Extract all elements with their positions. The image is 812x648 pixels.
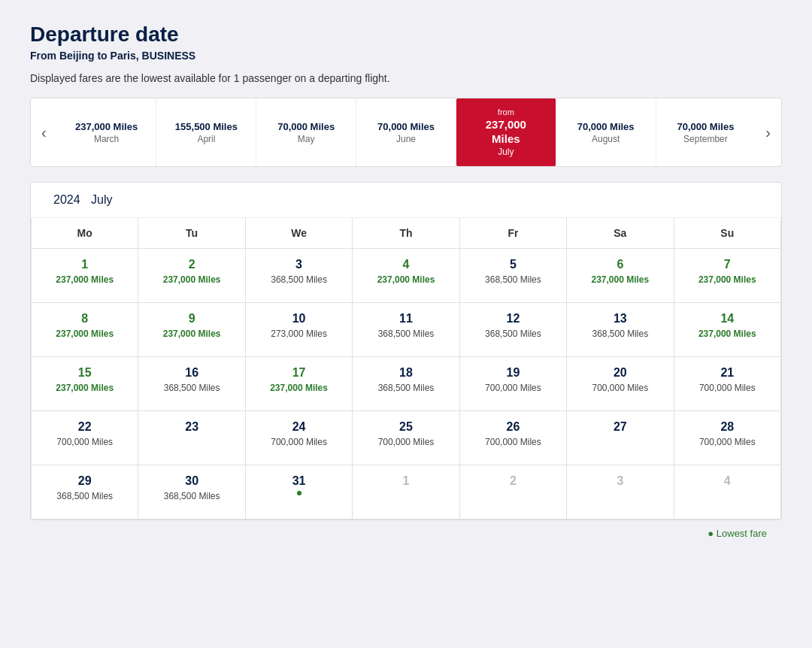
day-number: 27 [614, 420, 627, 434]
day-number: 10 [292, 312, 306, 326]
cal-cell[interactable]: 15237,000 Miles [32, 357, 138, 411]
cal-cell[interactable]: 11368,500 Miles [353, 303, 459, 357]
day-number: 12 [507, 312, 520, 326]
day-number: 21 [720, 366, 734, 380]
day-number: 20 [614, 366, 627, 380]
day-miles: 368,500 Miles [378, 383, 435, 393]
cal-header-mo: Mo [32, 218, 138, 249]
cal-cell[interactable]: 21700,000 Miles [674, 357, 781, 411]
day-number: 4 [403, 258, 410, 271]
cal-cell[interactable]: 26700,000 Miles [460, 411, 567, 465]
cal-cell[interactable]: 13368,500 Miles [567, 303, 674, 357]
cal-header-we: We [246, 218, 353, 249]
cal-cell[interactable]: 30368,500 Miles [138, 465, 245, 519]
cal-cell[interactable]: 18368,500 Miles [353, 357, 459, 411]
month-name: April [197, 134, 215, 144]
legend-text: ● Lowest fare [707, 528, 767, 539]
cal-header-tu: Tu [138, 218, 245, 249]
cal-cell[interactable]: 6237,000 Miles [567, 249, 674, 303]
day-number: 2 [189, 258, 195, 271]
cal-cell[interactable]: 23 [138, 411, 245, 465]
month-miles: 237,000 Miles [75, 121, 138, 132]
month-item-april[interactable]: 155,500 Miles April [156, 98, 256, 166]
day-miles: 368,500 Miles [271, 274, 327, 285]
cal-cell[interactable]: 9237,000 Miles [138, 303, 245, 357]
cal-cell[interactable]: 14237,000 Miles [674, 303, 781, 357]
month-name: June [396, 134, 416, 144]
month-name: July [498, 147, 514, 157]
cal-cell: 2 [460, 465, 567, 519]
cal-cell[interactable]: 5368,500 Miles [460, 249, 567, 303]
month-name: March [94, 134, 119, 144]
month-item-july[interactable]: from 237,000 Miles July [456, 98, 556, 166]
cal-cell[interactable]: 4237,000 Miles [353, 249, 459, 303]
cal-cell[interactable]: 1237,000 Miles [32, 249, 138, 303]
cal-cell[interactable]: 19700,000 Miles [460, 357, 567, 411]
day-number: 30 [185, 474, 198, 488]
cal-cell[interactable]: 29368,500 Miles [32, 465, 138, 519]
day-miles: 700,000 Miles [56, 437, 113, 447]
month-item-may[interactable]: 70,000 Miles May [256, 98, 356, 166]
cal-header-su: Su [674, 218, 781, 249]
cal-header-sa: Sa [567, 218, 674, 249]
cal-cell[interactable]: 10273,000 Miles [246, 303, 353, 357]
calendar-section: 2024 July MoTuWeThFrSaSu1237,000 Miles22… [30, 182, 782, 520]
month-miles: 155,500 Miles [175, 121, 238, 132]
day-number: 26 [507, 420, 520, 434]
cal-cell: 3 [567, 465, 674, 519]
cal-cell[interactable]: 7237,000 Miles [674, 249, 781, 303]
prev-month-button[interactable]: ‹ [31, 98, 57, 166]
day-miles: 368,500 Miles [378, 329, 435, 339]
cal-cell[interactable]: 8237,000 Miles [32, 303, 138, 357]
day-number: 14 [720, 312, 734, 326]
day-number: 11 [399, 312, 413, 326]
month-miles: 70,000 Miles [277, 121, 335, 132]
month-item-june[interactable]: 70,000 Miles June [356, 98, 456, 166]
month-miles-label: Miles [492, 132, 520, 145]
day-miles: 237,000 Miles [591, 274, 649, 285]
day-number: 8 [81, 312, 88, 326]
day-number: 1 [81, 258, 88, 271]
month-item-march[interactable]: 237,000 Miles March [57, 98, 157, 166]
cal-cell[interactable]: 28700,000 Miles [674, 411, 781, 465]
day-miles: 273,000 Miles [271, 329, 327, 339]
day-number: 2 [510, 474, 517, 488]
cal-cell[interactable]: 16368,500 Miles [138, 357, 245, 411]
day-number: 9 [189, 312, 195, 326]
month-item-september[interactable]: 70,000 Miles September [656, 98, 756, 166]
day-number: 6 [617, 258, 623, 271]
next-month-button[interactable]: › [755, 98, 781, 166]
day-number: 24 [292, 420, 306, 434]
day-number: 3 [295, 258, 302, 271]
cal-cell[interactable]: 2237,000 Miles [138, 249, 245, 303]
day-number: 17 [292, 366, 306, 380]
day-number: 16 [185, 366, 198, 380]
cal-cell[interactable]: 20700,000 Miles [567, 357, 674, 411]
month-item-august[interactable]: 70,000 Miles August [556, 98, 656, 166]
lowest-fare-dot [297, 491, 301, 495]
cal-cell[interactable]: 12368,500 Miles [460, 303, 567, 357]
cal-cell[interactable]: 25700,000 Miles [353, 411, 459, 465]
day-number: 19 [507, 366, 520, 380]
day-number: 4 [724, 474, 731, 488]
page-container: Departure date From Beijing to Paris, BU… [15, 15, 797, 569]
cal-cell[interactable]: 31 [246, 465, 353, 519]
month-miles: 70,000 Miles [577, 121, 635, 132]
month-name: August [592, 134, 620, 144]
day-miles: 368,500 Miles [164, 383, 220, 393]
cal-cell: 1 [353, 465, 459, 519]
calendar-year: 2024 [53, 193, 80, 206]
day-miles: 700,000 Miles [699, 383, 756, 393]
day-number: 13 [614, 312, 627, 326]
cal-cell[interactable]: 17237,000 Miles [246, 357, 353, 411]
day-miles: 368,500 Miles [592, 329, 648, 339]
cal-cell[interactable]: 24700,000 Miles [246, 411, 353, 465]
day-miles: 237,000 Miles [56, 383, 114, 393]
month-name: September [683, 134, 728, 144]
day-number: 22 [78, 420, 92, 434]
day-miles: 237,000 Miles [163, 274, 221, 285]
cal-cell[interactable]: 3368,500 Miles [246, 249, 353, 303]
cal-cell[interactable]: 22700,000 Miles [32, 411, 138, 465]
day-miles: 237,000 Miles [377, 274, 435, 285]
cal-cell[interactable]: 27 [567, 411, 674, 465]
